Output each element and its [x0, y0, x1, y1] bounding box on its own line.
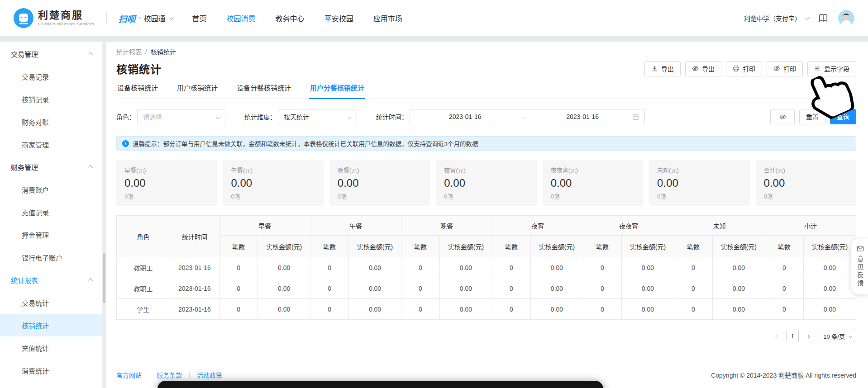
tenant-selector[interactable]: 利楚中学（支付宝） [744, 14, 808, 23]
dimension-select[interactable]: 按天统计 [278, 109, 357, 124]
table-cell: 0 [310, 299, 349, 320]
tab-bar: 设备核销统计用户核销统计设备分餐核销统计用户分餐核销统计 [116, 82, 856, 99]
sidebar-item-merchant-management[interactable]: 商家管理 [0, 133, 102, 156]
end-date[interactable]: 2023-01-16 [533, 113, 633, 120]
print-hidden-button[interactable]: 打印 [767, 61, 803, 76]
stat-card: 午餐(元) 0.00 0笔 [223, 160, 323, 206]
sidebar-item-consume-statistics[interactable]: 消费统计 [0, 359, 102, 382]
breadcrumb-current: 核销统计 [151, 47, 176, 56]
sidebar-group-statistic-reports[interactable]: 统计报表 [0, 269, 102, 291]
tab-device-meal-verify[interactable]: 设备分餐核销统计 [236, 82, 292, 99]
column-subheader: 实核金额(元) [349, 236, 401, 257]
sidebar-item-consume-account[interactable]: 消费账户 [0, 178, 102, 201]
sidebar-item-bank-e-account[interactable]: 银行电子账户 [0, 246, 102, 269]
page-size-select[interactable]: 10 条/页 [819, 330, 856, 342]
tab-user-verify[interactable]: 用户核销统计 [176, 82, 219, 99]
table-cell: 0 [310, 257, 349, 278]
chevron-down-icon [348, 115, 352, 119]
table-cell: 0 [219, 257, 258, 278]
print-button[interactable]: 打印 [726, 61, 762, 76]
sidebar-item-verify-statistics[interactable]: 核销统计 [0, 314, 102, 336]
date-range-picker[interactable]: 2023-01-16 → 2023-01-16 [410, 109, 645, 124]
nav-item-app-market[interactable]: 应用市场 [373, 13, 402, 24]
table-cell: 0 [583, 278, 621, 299]
sidebar-item-finance-reconcile[interactable]: 财务对账 [0, 110, 102, 133]
table-cell: 2023-01-16 [170, 257, 219, 278]
column-subheader: 笔数 [492, 236, 530, 257]
sidebar-group-subsidy-management[interactable]: 补贴管理 [0, 382, 102, 388]
table-cell: 0 [492, 278, 530, 299]
sidebar-item-recharge-records[interactable]: 充值记录 [0, 201, 102, 223]
app-logo[interactable]: 利楚商服 LiCHU Businesses Services [14, 8, 95, 28]
column-subheader: 笔数 [401, 236, 440, 257]
sidebar-scrollbar [102, 42, 106, 388]
time-label: 统计时间： [376, 112, 408, 121]
export-button[interactable]: 导出 [644, 61, 681, 76]
chevron-down-icon [805, 15, 810, 20]
breadcrumb-parent[interactable]: 统计报表 [116, 47, 142, 56]
table-cell: 0.00 [530, 278, 583, 299]
table-cell: 0 [401, 278, 440, 299]
docs-book-icon[interactable] [818, 13, 828, 23]
chevron-down-icon [849, 334, 852, 338]
breadcrumb-separator: / [145, 48, 147, 55]
table-cell: 0 [583, 299, 621, 320]
column-subheader: 笔数 [674, 236, 712, 257]
table-cell: 0.00 [621, 299, 674, 320]
tab-device-verify[interactable]: 设备核销统计 [116, 82, 159, 99]
table-cell: 0.00 [530, 257, 583, 278]
show-fields-button[interactable]: 显示字段 [807, 61, 856, 76]
feedback-tab[interactable]: 意见反馈 [851, 239, 868, 294]
sidebar-item-recharge-statistics[interactable]: 充值统计 [0, 336, 102, 359]
pagination: ‹ 1 › 10 条/页 [116, 330, 856, 342]
start-date[interactable]: 2023-01-16 [415, 113, 515, 120]
sidebar-group-finance-management[interactable]: 财务管理 [0, 156, 102, 178]
table-cell: 0.00 [712, 299, 765, 320]
table-cell: 2023-01-16 [170, 299, 219, 320]
printer-icon [733, 65, 739, 72]
page-number[interactable]: 1 [786, 330, 799, 342]
nav-item-safe-campus[interactable]: 平安校园 [324, 13, 353, 24]
table-cell: 0.00 [712, 257, 765, 278]
table-cell: 0 [492, 299, 530, 320]
sidebar-item-deposit-management[interactable]: 押金管理 [0, 223, 102, 246]
prev-page-button[interactable]: ‹ [770, 330, 782, 342]
alert-text: 温馨提示：部分订单与用户信息未做关联，金额和笔数未统计，本表格仅统计已关联用户信… [133, 139, 478, 148]
nav-item-academic-center[interactable]: 教务中心 [276, 13, 305, 24]
main-nav: 扫呗 校园通 首页校园消费教务中心平安校园应用市场 [119, 12, 402, 24]
stat-cards: 早餐(元) 0.00 0笔 午餐(元) 0.00 0笔 晚餐(元) 0.00 0… [116, 160, 856, 206]
table-cell: 0.00 [349, 278, 401, 299]
sidebar: 交易管理 交易记录核销记录财务对账商家管理 财务管理 消费账户充值记录押金管理银… [0, 42, 102, 388]
toggle-visibility-button[interactable] [770, 109, 795, 124]
footer-link[interactable]: 活动政策 [197, 370, 222, 379]
table-cell: 0 [765, 299, 803, 320]
sidebar-item-trade-statistics[interactable]: 交易统计 [0, 291, 102, 314]
download-icon [651, 65, 658, 72]
footer-link[interactable]: 官方网站 [116, 370, 142, 379]
filter-bar: 角色： 请选择 统计维度： 按天统计 统计时间： 2023-01-16 → 20… [116, 109, 856, 124]
nav-item-home[interactable]: 首页 [192, 13, 207, 24]
sidebar-item-trade-records[interactable]: 交易记录 [0, 65, 102, 88]
reset-button[interactable]: 重置 [799, 109, 825, 124]
header-divider [106, 12, 107, 24]
query-button[interactable]: 查询 [830, 109, 856, 124]
avatar[interactable] [838, 10, 854, 26]
fields-icon [814, 65, 821, 72]
next-page-button[interactable]: › [802, 330, 815, 342]
scrollbar-thumb[interactable] [103, 253, 105, 303]
table-cell: 0 [401, 299, 440, 320]
chevron-down-icon [216, 115, 220, 119]
nav-item-campus-consume[interactable]: 校园消费 [227, 13, 256, 24]
export-hidden-button[interactable]: 导出 [685, 61, 721, 76]
eye-off-icon [692, 65, 699, 72]
sidebar-group-trade-management[interactable]: 交易管理 [0, 43, 102, 65]
nav-item-campus-pass[interactable]: 扫呗 校园通 [119, 12, 172, 24]
footer-link[interactable]: 服务条款 [157, 370, 182, 379]
logo-icon [14, 8, 33, 28]
column-header: 统计时间 [170, 216, 219, 257]
sidebar-item-verify-records[interactable]: 核销记录 [0, 88, 102, 110]
table-cell: 0.00 [439, 299, 492, 320]
bottom-overlay [157, 381, 603, 388]
role-select[interactable]: 请选择 [137, 109, 225, 124]
tab-user-meal-verify[interactable]: 用户分餐核销统计 [309, 82, 365, 99]
